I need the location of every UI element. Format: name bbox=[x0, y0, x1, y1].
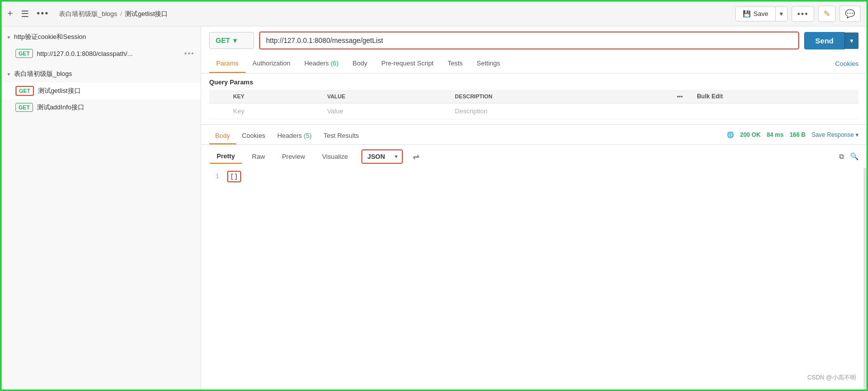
sidebar-group-label-1: http验证cookie和Session bbox=[14, 32, 86, 41]
response-tab-testresults[interactable]: Test Results bbox=[317, 128, 365, 144]
col-description: DESCRIPTION bbox=[451, 90, 673, 103]
format-select-wrapper: JSON XML HTML Text ▾ bbox=[361, 149, 403, 164]
code-area: 1 [] bbox=[201, 168, 867, 390]
content-area: GET ▾ Send ▾ Params Authorization Header… bbox=[201, 26, 867, 390]
cookies-link[interactable]: Cookies bbox=[835, 60, 859, 67]
tab-params[interactable]: Params bbox=[209, 54, 246, 73]
comment-button[interactable]: 💬 bbox=[840, 5, 861, 22]
line-content-1: [] bbox=[227, 172, 241, 182]
sidebar-group-2: ▾ 表白墙初级版_blogs GET 测试getlist接口 GET 测试add… bbox=[1, 63, 201, 117]
save-dropdown-arrow[interactable]: ▾ bbox=[776, 7, 787, 20]
method-badge-addinfo: GET bbox=[15, 103, 33, 112]
breadcrumb-separator: / bbox=[120, 10, 122, 17]
bulk-edit-button[interactable]: Bulk Edit bbox=[697, 93, 723, 100]
response-tab-headers[interactable]: Headers (5) bbox=[272, 128, 318, 144]
response-tab-cookies[interactable]: Cookies bbox=[236, 128, 272, 144]
format-select[interactable]: JSON XML HTML Text bbox=[362, 150, 391, 163]
send-button[interactable]: Send bbox=[804, 32, 845, 49]
url-bar: GET ▾ Send ▾ bbox=[201, 26, 867, 54]
table-row: Key Value Description bbox=[209, 103, 859, 119]
value-cell[interactable]: Value bbox=[323, 103, 451, 119]
search-icon[interactable]: 🔍 bbox=[850, 152, 859, 160]
tab-authorization[interactable]: Authorization bbox=[246, 54, 297, 73]
breadcrumb-collection[interactable]: 表白墙初级版_blogs bbox=[59, 9, 117, 18]
code-content-highlighted: [] bbox=[227, 171, 241, 182]
breadcrumb-area: 表白墙初级版_blogs / 测试getlist接口 bbox=[49, 9, 735, 18]
status-size: 166 B bbox=[790, 131, 806, 138]
params-section: Query Params KEY VALUE DESCRIPTION ••• B… bbox=[201, 73, 867, 124]
desc-cell[interactable]: Description bbox=[451, 103, 673, 119]
format-select-arrow[interactable]: ▾ bbox=[391, 151, 402, 162]
save-icon: 💾 bbox=[743, 10, 751, 17]
breadcrumb-current: 测试getlist接口 bbox=[125, 9, 168, 18]
tab-tests[interactable]: Tests bbox=[441, 54, 470, 73]
chevron-icon-2: ▾ bbox=[7, 71, 10, 77]
filter-icon[interactable]: ☰ bbox=[21, 8, 29, 19]
tab-settings[interactable]: Settings bbox=[470, 54, 507, 73]
format-tab-preview[interactable]: Preview bbox=[275, 149, 312, 164]
status-code: 200 OK bbox=[740, 131, 761, 138]
format-tab-raw[interactable]: Raw bbox=[245, 149, 273, 164]
sidebar-item-addinfo[interactable]: GET 测试addInfo接口 bbox=[1, 99, 201, 115]
add-icon[interactable]: + bbox=[7, 8, 13, 19]
topbar-more-button[interactable]: ••• bbox=[792, 6, 814, 22]
key-cell[interactable]: Key bbox=[229, 103, 323, 119]
sidebar-item-getlist[interactable]: GET 测试getlist接口 bbox=[1, 82, 201, 99]
response-status: 🌐 200 OK 84 ms 166 B Save Response ▾ bbox=[727, 131, 859, 141]
url-input-wrapper bbox=[259, 31, 799, 49]
sidebar-item-name-classpath: http://127.0.0.1:8080/classpath/... bbox=[37, 50, 181, 57]
send-dropdown-arrow[interactable]: ▾ bbox=[845, 32, 859, 49]
method-badge-get: GET bbox=[15, 49, 33, 58]
code-line-1: 1 [] bbox=[209, 172, 859, 182]
sidebar-group-header-2[interactable]: ▾ 表白墙初级版_blogs bbox=[1, 65, 201, 82]
col-bulk-edit: Bulk Edit bbox=[693, 90, 859, 103]
format-tab-pretty[interactable]: Pretty bbox=[209, 149, 243, 164]
save-label: Save bbox=[754, 10, 769, 17]
method-select[interactable]: GET ▾ bbox=[209, 32, 254, 49]
save-button-group: 💾 Save ▾ bbox=[735, 6, 788, 21]
tab-body[interactable]: Body bbox=[345, 54, 374, 73]
tab-prerequest[interactable]: Pre-request Script bbox=[374, 54, 441, 73]
chevron-icon: ▾ bbox=[7, 34, 10, 40]
sidebar-item-more-classpath[interactable]: ••• bbox=[184, 49, 195, 57]
top-bar: + ☰ ••• 表白墙初级版_blogs / 测试getlist接口 💾 Sav… bbox=[1, 1, 867, 26]
col-value: VALUE bbox=[323, 90, 451, 103]
sidebar-group-header-1[interactable]: ▾ http验证cookie和Session bbox=[1, 28, 201, 45]
wrap-icon[interactable]: ⇌ bbox=[409, 149, 423, 164]
sidebar-group-1: ▾ http验证cookie和Session GET http://127.0.… bbox=[1, 26, 201, 63]
sidebar-item-name-addinfo: 测试addInfo接口 bbox=[37, 103, 195, 112]
status-time: 84 ms bbox=[767, 131, 784, 138]
method-dropdown-arrow: ▾ bbox=[233, 36, 237, 44]
edit-button[interactable]: ✎ bbox=[818, 5, 836, 22]
scrollbar[interactable] bbox=[864, 168, 867, 390]
col-key: KEY bbox=[229, 90, 323, 103]
sidebar-group-label-2: 表白墙初级版_blogs bbox=[14, 69, 72, 78]
format-bar: Pretty Raw Preview Visualize JSON XML HT… bbox=[201, 145, 867, 168]
send-button-group: Send ▾ bbox=[804, 32, 859, 49]
response-tab-body[interactable]: Body bbox=[209, 128, 236, 144]
format-tab-visualize[interactable]: Visualize bbox=[314, 149, 355, 164]
save-button[interactable]: 💾 Save bbox=[736, 7, 776, 20]
top-bar-right: 💾 Save ▾ ••• ✎ 💬 bbox=[735, 5, 861, 22]
url-input[interactable] bbox=[260, 32, 798, 48]
sidebar: ▾ http验证cookie和Session GET http://127.0.… bbox=[1, 26, 201, 390]
sidebar-item-name-getlist: 测试getlist接口 bbox=[38, 86, 195, 95]
line-number-1: 1 bbox=[209, 172, 219, 182]
globe-icon: 🌐 bbox=[727, 131, 734, 138]
response-tabs-bar: Body Cookies Headers (5) Test Results 🌐 … bbox=[201, 125, 867, 145]
sidebar-item-classpath[interactable]: GET http://127.0.0.1:8080/classpath/... … bbox=[1, 45, 201, 61]
save-response-button[interactable]: Save Response ▾ bbox=[812, 131, 859, 138]
copy-icon[interactable]: ⧉ bbox=[839, 152, 844, 161]
top-bar-more-icon[interactable]: ••• bbox=[37, 8, 49, 19]
response-area: Body Cookies Headers (5) Test Results 🌐 … bbox=[201, 124, 867, 390]
request-tabs-bar: Params Authorization Headers (6) Body Pr… bbox=[201, 54, 867, 73]
top-bar-left: + ☰ ••• bbox=[7, 8, 49, 19]
params-title: Query Params bbox=[209, 78, 859, 86]
main-layout: ▾ http验证cookie和Session GET http://127.0.… bbox=[1, 26, 867, 390]
params-table: KEY VALUE DESCRIPTION ••• Bulk Edit Key … bbox=[209, 90, 859, 119]
breadcrumb: 表白墙初级版_blogs / 测试getlist接口 bbox=[59, 9, 168, 18]
col-more: ••• bbox=[673, 90, 693, 103]
method-badge-getlist: GET bbox=[15, 86, 34, 96]
method-label: GET bbox=[216, 36, 230, 44]
tab-headers[interactable]: Headers (6) bbox=[297, 54, 346, 73]
